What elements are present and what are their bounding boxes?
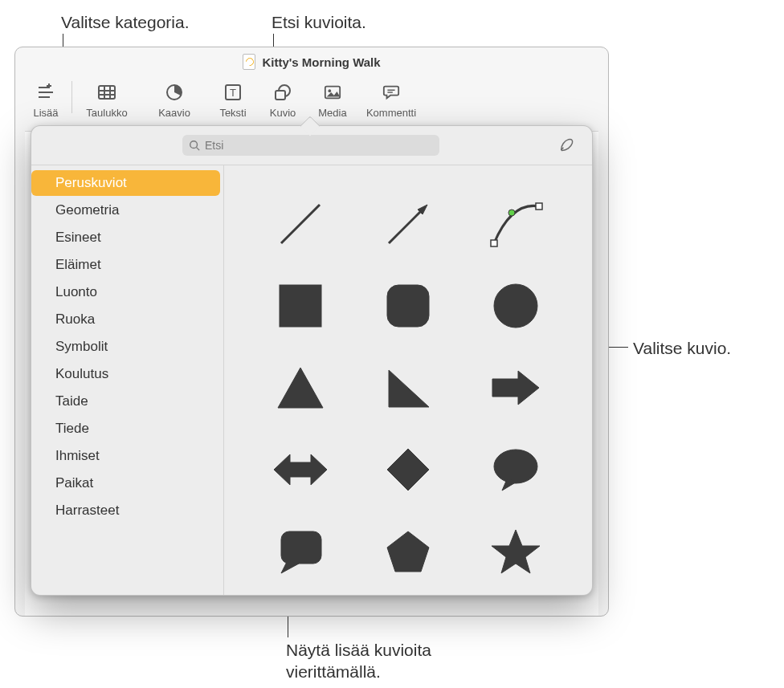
sidebar-item-nature[interactable]: Luonto — [31, 279, 223, 305]
toolbar-divider — [71, 81, 72, 113]
shape-rounded-square[interactable] — [374, 275, 443, 336]
popover-body: Peruskuviot Geometria Esineet Eläimet Lu… — [31, 165, 592, 595]
shape-speech-bubble[interactable] — [481, 439, 550, 500]
shape-arrow-right[interactable] — [481, 357, 550, 418]
shape-diamond[interactable] — [374, 439, 443, 500]
shape-circle[interactable] — [481, 275, 550, 336]
shape-triangle[interactable] — [266, 357, 335, 418]
shape-star[interactable] — [481, 521, 550, 582]
shapes-grid[interactable] — [240, 180, 576, 580]
svg-rect-27 — [280, 285, 321, 327]
sidebar-item-symbols[interactable]: Symbolit — [31, 334, 223, 360]
svg-rect-14 — [276, 91, 285, 100]
table-icon — [95, 81, 119, 104]
search-placeholder: Etsi — [205, 139, 223, 152]
shape-line[interactable] — [266, 193, 335, 254]
search-field[interactable]: Etsi — [182, 135, 439, 156]
svg-rect-25 — [536, 203, 542, 210]
svg-point-26 — [508, 210, 515, 216]
callout-select-shape: Valitse kuvio. — [633, 337, 731, 359]
toolbar-text-label: Teksti — [219, 107, 246, 119]
svg-rect-5 — [99, 86, 115, 99]
svg-rect-2 — [39, 96, 50, 98]
svg-marker-34 — [387, 449, 429, 491]
svg-rect-24 — [491, 240, 497, 246]
shapes-popover: Etsi Peruskuviot Geometria Esineet Eläim… — [31, 125, 593, 596]
svg-line-20 — [197, 148, 200, 151]
callout-scroll-line2: vierittämällä. — [286, 662, 381, 681]
toolbar-text[interactable]: T Teksti — [209, 79, 257, 119]
sidebar-item-education[interactable]: Koulutus — [31, 361, 223, 387]
sidebar-item-art[interactable]: Taide — [31, 389, 223, 414]
window-title: Kitty's Morning Walk — [262, 55, 380, 69]
shape-square[interactable] — [266, 275, 335, 336]
document-icon — [243, 54, 255, 70]
svg-rect-1 — [39, 92, 53, 93]
search-icon — [189, 140, 200, 151]
shape-arrow-line[interactable] — [374, 193, 443, 254]
callout-scroll-line1: Näytä lisää kuvioita — [286, 641, 431, 659]
sidebar-item-people[interactable]: Ihmiset — [31, 443, 223, 469]
shapes-pane — [224, 165, 592, 595]
titlebar: Kitty's Morning Walk — [15, 47, 608, 76]
svg-marker-31 — [389, 370, 429, 407]
toolbar-chart-label: Kaavio — [158, 107, 190, 119]
svg-point-35 — [494, 450, 537, 483]
svg-marker-40 — [492, 530, 540, 573]
svg-point-19 — [190, 141, 198, 149]
svg-marker-39 — [387, 531, 429, 572]
svg-rect-37 — [281, 531, 321, 564]
sidebar-item-animals[interactable]: Eläimet — [31, 252, 223, 278]
svg-marker-30 — [278, 368, 323, 408]
shape-curve[interactable] — [481, 193, 550, 254]
media-icon — [321, 81, 345, 104]
edit-shapes-button[interactable] — [557, 135, 578, 156]
sidebar-item-science[interactable]: Tiede — [31, 416, 223, 442]
shape-icon — [271, 81, 295, 104]
svg-rect-28 — [387, 285, 429, 327]
callout-search: Etsi kuvioita. — [272, 11, 366, 33]
shape-rounded-callout[interactable] — [266, 521, 335, 582]
toolbar-chart[interactable]: Kaavio — [141, 79, 207, 119]
text-icon: T — [221, 81, 245, 104]
svg-marker-32 — [492, 371, 539, 405]
toolbar-table[interactable]: Taulukko — [74, 79, 140, 119]
sidebar-item-objects[interactable]: Esineet — [31, 225, 223, 250]
toolbar-comment-label: Kommentti — [366, 107, 416, 119]
svg-rect-0 — [39, 87, 50, 88]
chart-icon — [162, 81, 186, 104]
svg-line-22 — [389, 208, 424, 243]
sidebar-item-geometry[interactable]: Geometria — [31, 197, 223, 223]
insert-icon — [34, 81, 58, 104]
shape-right-triangle[interactable] — [374, 357, 443, 418]
callout-scroll: Näytä lisää kuvioita vierittämällä. — [286, 639, 495, 683]
toolbar-insert-label: Lisää — [33, 107, 58, 119]
shape-arrow-biarrow[interactable] — [266, 439, 335, 500]
comment-icon — [379, 81, 403, 104]
svg-text:T: T — [230, 87, 236, 99]
sidebar-item-places[interactable]: Paikat — [31, 470, 223, 496]
svg-point-16 — [329, 89, 332, 92]
pen-icon — [558, 136, 576, 154]
toolbar-insert[interactable]: Lisää — [22, 79, 70, 119]
sidebar-item-hobbies[interactable]: Harrasteet — [31, 498, 223, 523]
svg-point-29 — [494, 284, 537, 328]
toolbar-media-label: Media — [318, 107, 346, 119]
callout-category: Valitse kategoria. — [61, 11, 190, 33]
sidebar-item-basic[interactable]: Peruskuviot — [31, 170, 220, 196]
sidebar-item-food[interactable]: Ruoka — [31, 307, 223, 332]
toolbar-media[interactable]: Media — [308, 79, 357, 119]
toolbar-shape[interactable]: Kuvio — [259, 79, 307, 119]
svg-rect-4 — [47, 85, 51, 87]
toolbar-shape-label: Kuvio — [270, 107, 296, 119]
callout-line-select — [607, 347, 628, 348]
toolbar-table-label: Taulukko — [86, 107, 127, 119]
svg-marker-33 — [274, 454, 327, 485]
svg-line-21 — [281, 205, 320, 243]
toolbar-comment[interactable]: Kommentti — [358, 79, 424, 119]
category-sidebar: Peruskuviot Geometria Esineet Eläimet Lu… — [31, 165, 224, 595]
shape-pentagon[interactable] — [374, 521, 443, 582]
